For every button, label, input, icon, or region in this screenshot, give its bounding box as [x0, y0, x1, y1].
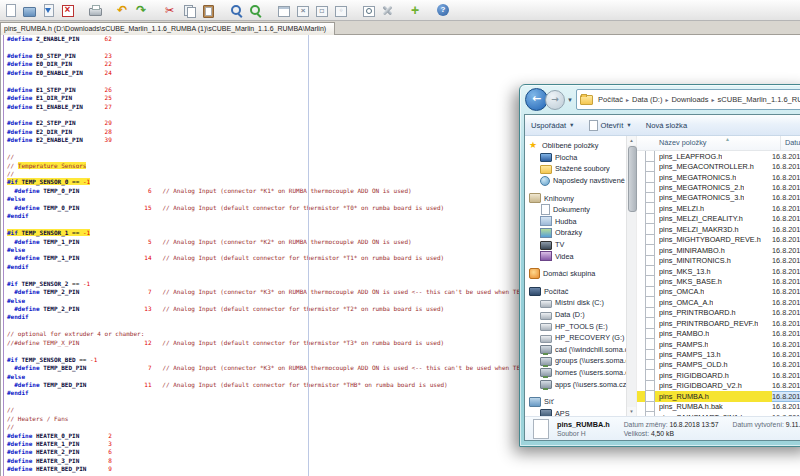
file-row[interactable]: pins_OMCA_A.h16.8.2018 13:57 — [637, 297, 800, 307]
explorer-nav-item[interactable]: apps (\\users.soma.cz) (Z — [525, 378, 626, 390]
explorer-nav-item[interactable]: Obrázky — [525, 227, 626, 239]
file-row[interactable]: pins_MELZI_CREALITY.h16.8.2018 13:57 — [637, 214, 800, 224]
details-pane: pins_RUMBA.h Soubor H Datum změny: 16.8.… — [525, 416, 800, 440]
history-dropdown-icon[interactable]: ▼ — [567, 97, 573, 103]
file-row[interactable]: pins_MIGHTYBOARD_REVE.h16.8.2018 13:57 — [637, 235, 800, 245]
explorer-nav-item[interactable]: APS — [525, 407, 626, 416]
explorer-nav-item[interactable]: Knihovny — [525, 192, 626, 204]
window-max-icon[interactable] — [296, 4, 309, 17]
file-name: pins_PRINTRBOARD_REVF.h — [659, 319, 758, 328]
file-row[interactable]: pins_MINITRONICS.h16.8.2018 13:57 — [637, 255, 800, 265]
explorer-nav-item[interactable]: Stažené soubory — [525, 163, 626, 175]
open-folder-icon[interactable] — [23, 4, 36, 17]
explorer-nav-item[interactable]: HP_TOOLS (E:) — [525, 320, 626, 332]
cut-icon[interactable] — [164, 4, 177, 17]
nav-item-label: Data (D:) — [555, 310, 585, 319]
close-file-icon[interactable] — [61, 4, 74, 17]
explorer-nav-item[interactable]: cad (\\windchill.soma.cz) — [525, 344, 626, 356]
open-button[interactable]: Otevřít ▼ — [589, 120, 632, 131]
file-row[interactable]: pins_RAMPS_OLD.h16.8.2018 13:57 — [637, 360, 800, 370]
breadcrumb-segment[interactable]: Data (D:) — [630, 95, 664, 104]
file-row[interactable]: pins_MELZI_MAKR3D.h16.8.2018 13:57 — [637, 224, 800, 234]
file-name: pins_RIGIDBOARD.h — [659, 371, 729, 380]
settings-icon[interactable] — [381, 4, 394, 17]
netdrive-icon — [540, 357, 552, 366]
explorer-nav-item[interactable]: Síť — [525, 396, 626, 408]
file-row[interactable]: pins_MINIRAMBO.h16.8.2018 13:57 — [637, 245, 800, 255]
file-row[interactable]: pins_RUMBA.h.bak16.8.2018 13:57 — [637, 402, 800, 412]
help-icon[interactable] — [437, 4, 450, 17]
paste-icon[interactable] — [202, 4, 215, 17]
new-file-icon[interactable] — [4, 4, 17, 17]
file-row[interactable]: pins_LEAPFROG.h16.8.2018 13:57 — [637, 151, 800, 161]
explorer-nav-item[interactable]: Naposledy navštívené — [525, 175, 626, 187]
column-header-date[interactable]: Datum změny — [781, 136, 800, 150]
organize-button[interactable]: Uspořádat ▼ — [531, 121, 575, 130]
explorer-nav-item[interactable]: Videa — [525, 250, 626, 262]
explorer-nav-item[interactable]: Oblíbené položky — [525, 140, 626, 152]
explorer-nav-item[interactable]: Místní disk (C:) — [525, 297, 626, 309]
explorer-nav-item[interactable]: TV — [525, 239, 626, 251]
window-new-icon[interactable] — [277, 4, 290, 17]
file-row[interactable]: pins_MEGATRONICS_3.h16.8.2018 13:57 — [637, 193, 800, 203]
explorer-nav-item[interactable]: Domácí skupina — [525, 268, 626, 280]
file-row[interactable]: pins_MELZI.h16.8.2018 13:57 — [637, 203, 800, 213]
plugins-icon[interactable] — [409, 4, 422, 17]
explorer-nav-item[interactable]: Počítač — [525, 286, 626, 298]
file-row[interactable]: pins_RAMPS.h16.8.2018 13:57 — [637, 339, 800, 349]
explorer-nav-item[interactable]: Hudba — [525, 216, 626, 228]
save-icon[interactable] — [42, 4, 55, 17]
file-row[interactable]: pins_MEGACONTROLLER.h16.8.2018 13:57 — [637, 161, 800, 171]
file-row[interactable]: pins_PRINTRBOARD.h16.8.2018 13:57 — [637, 308, 800, 318]
find-replace-icon[interactable] — [249, 4, 262, 17]
file-row[interactable]: pins_OMCA.h16.8.2018 13:57 — [637, 287, 800, 297]
scrollbar-thumb[interactable] — [628, 146, 637, 212]
scroll-down-icon[interactable]: ▼ — [627, 407, 636, 416]
explorer-nav-item[interactable]: groups (\\users.soma.cz) — [525, 355, 626, 367]
explorer-nav-item[interactable]: Dokumenty — [525, 204, 626, 216]
file-row[interactable]: pins_MEGATRONICS_2.h16.8.2018 13:57 — [637, 182, 800, 192]
explorer-nav-item[interactable]: homes (\\users.soma.cz) — [525, 367, 626, 379]
preview-icon[interactable] — [362, 4, 375, 17]
breadcrumb-segment[interactable]: Downloads — [669, 95, 710, 104]
file-row[interactable]: pins_MKS_13.h16.8.2018 13:57 — [637, 266, 800, 276]
undo-icon[interactable] — [117, 4, 130, 17]
editor-tab-pins-rumba[interactable]: pins_RUMBA.h (D:\Downloads\sCUBE_Marlin_… — [0, 22, 335, 35]
file-row[interactable]: pins_RUMBA.h16.8.2018 13:57 — [637, 391, 800, 401]
file-row[interactable]: pins_RAMBO.h16.8.2018 13:57 — [637, 328, 800, 338]
open-label: Otevřít — [601, 121, 624, 130]
forward-button[interactable]: → — [545, 90, 565, 110]
file-row[interactable]: pins_RIGIDBOARD_V2.h16.8.2018 13:57 — [637, 381, 800, 391]
code-line: #define HEATER_2_PIN 6 — [7, 448, 800, 456]
network-icon — [529, 397, 541, 407]
window-restore-icon[interactable] — [334, 4, 347, 17]
nav-item-label: Domácí skupina — [543, 269, 595, 278]
file-row[interactable]: pins_RIGIDBOARD.h16.8.2018 13:57 — [637, 370, 800, 380]
find-icon[interactable] — [230, 4, 243, 17]
nav-pane-scrollbar[interactable]: ▲ ▼ — [626, 136, 636, 416]
new-folder-button[interactable]: Nová složka — [646, 121, 687, 130]
copy-icon[interactable] — [183, 4, 196, 17]
file-row[interactable]: pins_MKS_BASE.h16.8.2018 13:57 — [637, 276, 800, 286]
breadcrumb-segment[interactable]: sCUBE_Marlin_1.1.6_RUMBA (1) — [716, 95, 800, 104]
file-name: pins_LEAPFROG.h — [659, 152, 722, 161]
redo-icon[interactable] — [136, 4, 149, 17]
column-header-name[interactable]: Název položky — [637, 136, 781, 150]
explorer-nav-item[interactable]: Plocha — [525, 152, 626, 164]
scroll-up-icon[interactable]: ▲ — [627, 136, 636, 145]
code-line: #define E0_ENABLE_PIN 24 — [7, 69, 800, 77]
window-min-icon[interactable] — [315, 4, 328, 17]
details-created: Datum vytvoření: 9.11.2017 18:21 — [733, 420, 800, 429]
address-bar[interactable]: Počítač▸Data (D:)▸Downloads▸sCUBE_Marlin… — [576, 89, 800, 110]
chevron-down-icon: ▼ — [569, 122, 574, 128]
file-row[interactable]: pins_PRINTRBOARD_REVF.h16.8.2018 13:57 — [637, 318, 800, 328]
explorer-nav-item[interactable]: Data (D:) — [525, 309, 626, 321]
file-name: pins_MINITRONICS.h — [659, 256, 731, 265]
file-name: pins_OMCA_A.h — [659, 298, 713, 307]
file-row[interactable]: pins_RAMPS_13.h16.8.2018 13:57 — [637, 349, 800, 359]
file-row[interactable]: pins_MEGATRONICS.h16.8.2018 13:57 — [637, 172, 800, 182]
breadcrumb-segment[interactable]: Počítač — [596, 95, 625, 104]
print-icon[interactable] — [89, 4, 102, 17]
explorer-nav-item[interactable]: HP_RECOVERY (G:) — [525, 332, 626, 344]
nav-item-label: homes (\\users.soma.cz) — [555, 368, 626, 377]
